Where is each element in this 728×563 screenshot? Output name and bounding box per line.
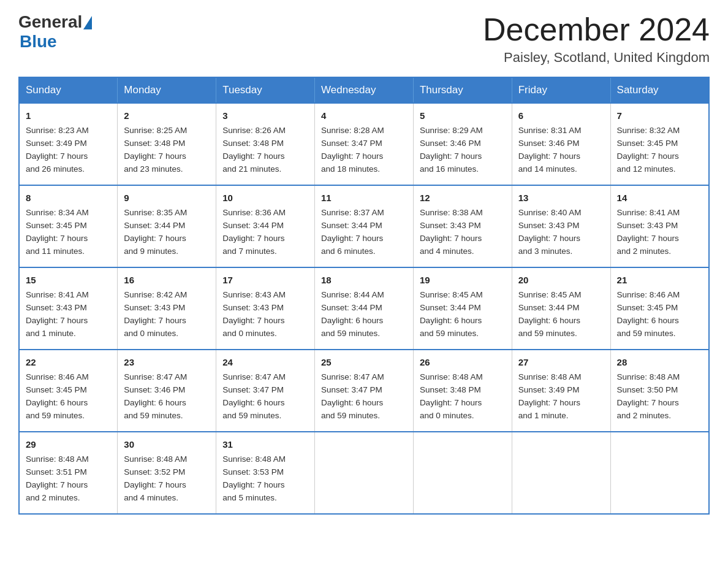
sunset-text: Sunset: 3:46 PM bbox=[420, 139, 481, 148]
sunset-text: Sunset: 3:44 PM bbox=[518, 303, 580, 312]
daylight-line2: and 59 minutes. bbox=[617, 329, 676, 338]
calendar-title: December 2024 bbox=[483, 12, 710, 47]
daylight-line1: Daylight: 6 hours bbox=[26, 398, 88, 407]
calendar-cell: 4Sunrise: 8:28 AMSunset: 3:47 PMDaylight… bbox=[315, 103, 414, 185]
daylight-line1: Daylight: 7 hours bbox=[518, 398, 580, 407]
daylight-line2: and 9 minutes. bbox=[124, 247, 178, 256]
calendar-cell: 10Sunrise: 8:36 AMSunset: 3:44 PMDayligh… bbox=[216, 185, 315, 267]
sunset-text: Sunset: 3:50 PM bbox=[617, 385, 678, 394]
daylight-line2: and 21 minutes. bbox=[222, 164, 281, 174]
day-header-tuesday: Tuesday bbox=[216, 77, 315, 103]
day-number: 26 bbox=[420, 355, 506, 369]
sunrise-text: Sunrise: 8:47 AM bbox=[222, 372, 286, 381]
day-number: 12 bbox=[420, 191, 506, 205]
sunrise-text: Sunrise: 8:41 AM bbox=[617, 208, 680, 217]
day-number: 14 bbox=[617, 191, 702, 205]
daylight-line2: and 2 minutes. bbox=[617, 411, 672, 420]
title-section: December 2024 Paisley, Scotland, United … bbox=[483, 12, 710, 66]
daylight-line1: Daylight: 7 hours bbox=[617, 398, 679, 407]
daylight-line1: Daylight: 6 hours bbox=[222, 398, 284, 407]
sunrise-text: Sunrise: 8:23 AM bbox=[26, 126, 89, 135]
calendar-cell: 22Sunrise: 8:46 AMSunset: 3:45 PMDayligh… bbox=[19, 350, 118, 432]
daylight-line2: and 11 minutes. bbox=[26, 247, 85, 256]
sunset-text: Sunset: 3:43 PM bbox=[518, 221, 580, 230]
sunset-text: Sunset: 3:48 PM bbox=[124, 139, 185, 148]
daylight-line2: and 14 minutes. bbox=[518, 164, 577, 174]
sunset-text: Sunset: 3:46 PM bbox=[124, 385, 185, 394]
daylight-line1: Daylight: 7 hours bbox=[124, 151, 186, 161]
calendar-cell: 29Sunrise: 8:48 AMSunset: 3:51 PMDayligh… bbox=[19, 432, 118, 514]
day-header-friday: Friday bbox=[512, 77, 610, 103]
daylight-line1: Daylight: 7 hours bbox=[26, 234, 88, 243]
daylight-line2: and 4 minutes. bbox=[420, 247, 474, 256]
sunrise-text: Sunrise: 8:45 AM bbox=[518, 290, 582, 299]
daylight-line1: Daylight: 7 hours bbox=[518, 234, 580, 243]
day-header-wednesday: Wednesday bbox=[315, 77, 414, 103]
calendar-cell: 30Sunrise: 8:48 AMSunset: 3:52 PMDayligh… bbox=[118, 432, 216, 514]
logo-text-blue: Blue bbox=[20, 32, 92, 52]
sunset-text: Sunset: 3:49 PM bbox=[26, 139, 87, 148]
sunrise-text: Sunrise: 8:38 AM bbox=[420, 208, 483, 217]
day-number: 21 bbox=[617, 273, 702, 287]
daylight-line1: Daylight: 7 hours bbox=[124, 480, 186, 489]
days-of-week-row: SundayMondayTuesdayWednesdayThursdayFrid… bbox=[19, 77, 709, 103]
calendar-cell: 1Sunrise: 8:23 AMSunset: 3:49 PMDaylight… bbox=[19, 103, 118, 185]
sunset-text: Sunset: 3:44 PM bbox=[321, 221, 382, 230]
calendar-cell: 5Sunrise: 8:29 AMSunset: 3:46 PMDaylight… bbox=[413, 103, 512, 185]
day-number: 29 bbox=[26, 437, 111, 451]
calendar-week-2: 8Sunrise: 8:34 AMSunset: 3:45 PMDaylight… bbox=[19, 185, 709, 267]
day-number: 28 bbox=[617, 355, 702, 369]
sunrise-text: Sunrise: 8:47 AM bbox=[124, 372, 187, 381]
daylight-line1: Daylight: 7 hours bbox=[420, 398, 482, 407]
day-header-thursday: Thursday bbox=[413, 77, 512, 103]
daylight-line1: Daylight: 7 hours bbox=[26, 151, 88, 161]
day-number: 1 bbox=[26, 109, 111, 123]
calendar-header: SundayMondayTuesdayWednesdayThursdayFrid… bbox=[19, 77, 709, 103]
daylight-line1: Daylight: 7 hours bbox=[222, 234, 284, 243]
sunset-text: Sunset: 3:48 PM bbox=[420, 385, 481, 394]
day-number: 16 bbox=[124, 273, 210, 287]
sunset-text: Sunset: 3:43 PM bbox=[617, 221, 678, 230]
daylight-line1: Daylight: 7 hours bbox=[124, 234, 186, 243]
day-header-sunday: Sunday bbox=[19, 77, 118, 103]
day-number: 5 bbox=[420, 109, 506, 123]
sunrise-text: Sunrise: 8:48 AM bbox=[420, 372, 483, 381]
day-number: 23 bbox=[124, 355, 210, 369]
calendar-cell: 8Sunrise: 8:34 AMSunset: 3:45 PMDaylight… bbox=[19, 185, 118, 267]
calendar-cell: 26Sunrise: 8:48 AMSunset: 3:48 PMDayligh… bbox=[413, 350, 512, 432]
day-number: 17 bbox=[222, 273, 308, 287]
daylight-line1: Daylight: 6 hours bbox=[420, 316, 482, 325]
calendar-cell: 31Sunrise: 8:48 AMSunset: 3:53 PMDayligh… bbox=[216, 432, 315, 514]
calendar-cell: 23Sunrise: 8:47 AMSunset: 3:46 PMDayligh… bbox=[118, 350, 216, 432]
calendar-cell: 19Sunrise: 8:45 AMSunset: 3:44 PMDayligh… bbox=[413, 267, 512, 350]
sunset-text: Sunset: 3:47 PM bbox=[321, 139, 382, 148]
day-number: 4 bbox=[321, 109, 407, 123]
calendar-cell bbox=[512, 432, 610, 514]
daylight-line1: Daylight: 7 hours bbox=[420, 234, 482, 243]
daylight-line2: and 2 minutes. bbox=[617, 247, 672, 256]
daylight-line2: and 26 minutes. bbox=[26, 164, 85, 174]
daylight-line1: Daylight: 7 hours bbox=[518, 151, 580, 161]
sunrise-text: Sunrise: 8:40 AM bbox=[518, 208, 582, 217]
day-number: 30 bbox=[124, 437, 210, 451]
sunrise-text: Sunrise: 8:48 AM bbox=[124, 454, 187, 464]
calendar-cell: 24Sunrise: 8:47 AMSunset: 3:47 PMDayligh… bbox=[216, 350, 315, 432]
calendar-cell: 13Sunrise: 8:40 AMSunset: 3:43 PMDayligh… bbox=[512, 185, 610, 267]
sunrise-text: Sunrise: 8:37 AM bbox=[321, 208, 384, 217]
sunrise-text: Sunrise: 8:29 AM bbox=[420, 126, 483, 135]
daylight-line2: and 0 minutes. bbox=[124, 329, 178, 338]
daylight-line2: and 5 minutes. bbox=[222, 493, 277, 502]
calendar-subtitle: Paisley, Scotland, United Kingdom bbox=[483, 50, 710, 66]
daylight-line1: Daylight: 6 hours bbox=[617, 316, 679, 325]
sunset-text: Sunset: 3:45 PM bbox=[617, 139, 678, 148]
sunset-text: Sunset: 3:44 PM bbox=[222, 221, 284, 230]
calendar-cell: 28Sunrise: 8:48 AMSunset: 3:50 PMDayligh… bbox=[610, 350, 709, 432]
sunrise-text: Sunrise: 8:28 AM bbox=[321, 126, 384, 135]
calendar-cell: 20Sunrise: 8:45 AMSunset: 3:44 PMDayligh… bbox=[512, 267, 610, 350]
sunset-text: Sunset: 3:52 PM bbox=[124, 467, 185, 477]
daylight-line2: and 1 minute. bbox=[518, 411, 569, 420]
sunset-text: Sunset: 3:43 PM bbox=[26, 303, 87, 312]
sunrise-text: Sunrise: 8:45 AM bbox=[420, 290, 483, 299]
sunrise-text: Sunrise: 8:46 AM bbox=[617, 290, 680, 299]
daylight-line2: and 3 minutes. bbox=[518, 247, 573, 256]
